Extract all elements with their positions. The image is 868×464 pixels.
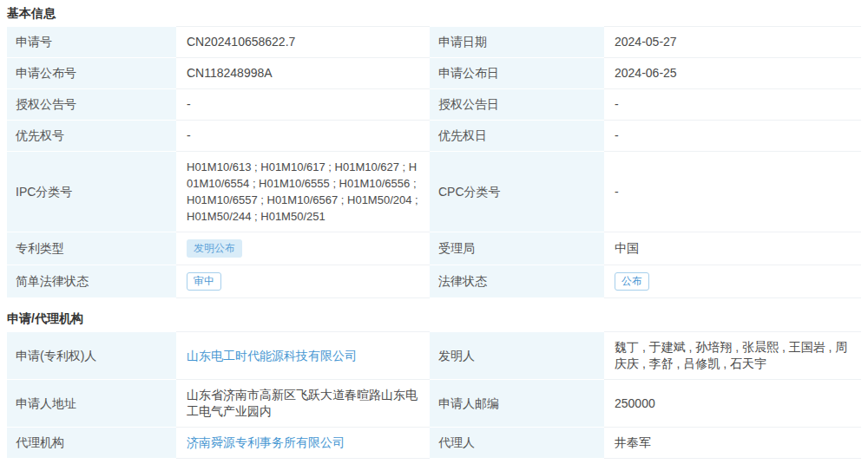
agent-label: 代理人	[430, 428, 604, 459]
table-row: 代理机构 济南舜源专利事务所有限公司 代理人 井奉军	[7, 428, 861, 459]
publication-number-value: CN118248998A	[176, 58, 430, 89]
application-number-label: 申请号	[7, 26, 176, 58]
agency-label: 代理机构	[7, 428, 176, 459]
priority-number-value: -	[176, 121, 430, 152]
table-row: 申请(专利权)人 山东电工时代能源科技有限公司 发明人 魏丁 , 于建斌 , 孙…	[7, 331, 861, 380]
applicant-link[interactable]: 山东电工时代能源科技有限公司	[187, 349, 357, 363]
publication-date-label: 申请公布日	[430, 58, 604, 89]
applicant-address-value: 山东省济南市高新区飞跃大道春暄路山东电工电气产业园内	[176, 380, 430, 428]
legal-status-label: 法律状态	[430, 265, 604, 298]
section-spacer	[7, 298, 861, 312]
cpc-class-label: CPC分类号	[430, 152, 604, 232]
inventors-value: 魏丁 , 于建斌 , 孙培翔 , 张晨熙 , 王国岩 , 周庆庆 , 李舒 , …	[604, 331, 861, 380]
table-row: 申请人地址 山东省济南市高新区飞跃大道春暄路山东电工电气产业园内 申请人邮编 2…	[7, 380, 861, 428]
grant-number-label: 授权公告号	[7, 89, 176, 121]
priority-number-label: 优先权号	[7, 121, 176, 152]
table-row: 优先权号 - 优先权日 -	[7, 121, 861, 152]
applicant-agency-section-title: 申请/代理机构	[7, 312, 861, 325]
patent-office-value: 中国	[604, 232, 861, 265]
applicant-zipcode-label: 申请人邮编	[430, 380, 604, 428]
table-row: 申请号 CN202410658622.7 申请日期 2024-05-27	[7, 26, 861, 58]
publication-number-label: 申请公布号	[7, 58, 176, 89]
simple-legal-status-label: 简单法律状态	[7, 265, 176, 298]
publication-date-value: 2024-06-25	[604, 58, 861, 89]
application-date-value: 2024-05-27	[604, 26, 861, 58]
cpc-class-value: -	[604, 152, 861, 232]
applicant-zipcode-value: 250000	[604, 380, 861, 428]
agency-link[interactable]: 济南舜源专利事务所有限公司	[187, 435, 345, 449]
simple-legal-status-cell: 审中	[176, 265, 430, 298]
ipc-class-value: H01M10/613 ; H01M10/617 ; H01M10/627 ; H…	[176, 152, 430, 232]
table-row: IPC分类号 H01M10/613 ; H01M10/617 ; H01M10/…	[7, 152, 861, 232]
applicant-cell: 山东电工时代能源科技有限公司	[176, 331, 430, 380]
applicant-address-label: 申请人地址	[7, 380, 176, 428]
table-row: 简单法律状态 审中 法律状态 公布	[7, 265, 861, 298]
grant-date-value: -	[604, 89, 861, 121]
application-date-label: 申请日期	[430, 26, 604, 58]
patent-detail-page: 基本信息 申请号 CN202410658622.7 申请日期 2024-05-2…	[0, 0, 868, 459]
patent-type-label: 专利类型	[7, 232, 176, 265]
priority-date-value: -	[604, 121, 861, 152]
agent-value: 井奉军	[604, 428, 861, 459]
patent-type-tag: 发明公布	[187, 239, 242, 258]
priority-date-label: 优先权日	[430, 121, 604, 152]
legal-status-tag: 公布	[615, 272, 649, 291]
applicant-label: 申请(专利权)人	[7, 331, 176, 380]
patent-type-cell: 发明公布	[176, 232, 430, 265]
table-row: 授权公告号 - 授权公告日 -	[7, 89, 861, 121]
grant-date-label: 授权公告日	[430, 89, 604, 121]
inventors-label: 发明人	[430, 331, 604, 380]
simple-legal-status-tag: 审中	[187, 272, 221, 291]
table-row: 申请公布号 CN118248998A 申请公布日 2024-06-25	[7, 58, 861, 89]
legal-status-cell: 公布	[604, 265, 861, 298]
patent-office-label: 受理局	[430, 232, 604, 265]
agency-cell: 济南舜源专利事务所有限公司	[176, 428, 430, 459]
grant-number-value: -	[176, 89, 430, 121]
table-row: 专利类型 发明公布 受理局 中国	[7, 232, 861, 265]
basic-info-section-title: 基本信息	[7, 7, 861, 20]
basic-info-table: 申请号 CN202410658622.7 申请日期 2024-05-27 申请公…	[7, 26, 861, 298]
ipc-class-label: IPC分类号	[7, 152, 176, 232]
applicant-agency-table: 申请(专利权)人 山东电工时代能源科技有限公司 发明人 魏丁 , 于建斌 , 孙…	[7, 331, 861, 459]
application-number-value: CN202410658622.7	[176, 26, 430, 58]
